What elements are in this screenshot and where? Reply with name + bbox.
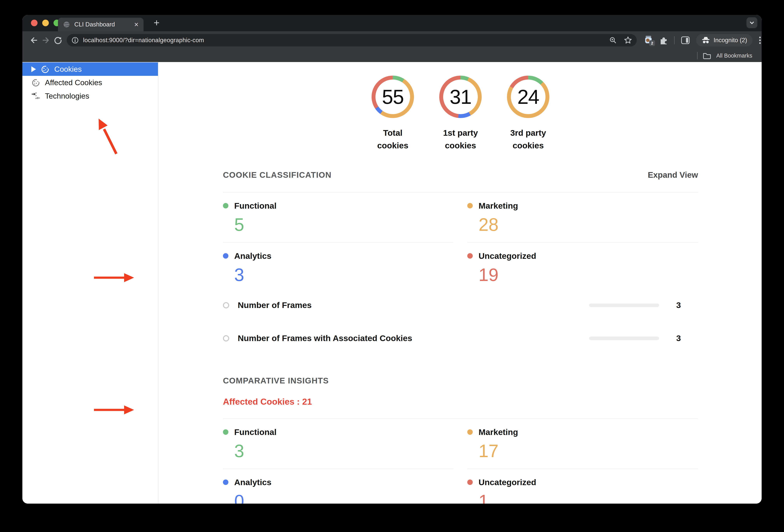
tab-title: CLI Dashboard <box>74 21 130 28</box>
donut-third-party-cookies: 24 3rd party cookies <box>507 76 550 152</box>
cookie-icon <box>41 65 50 74</box>
donut-ring: 55 <box>371 76 414 118</box>
frames-metric-label: Number of Frames <box>238 300 312 310</box>
donut-value: 24 <box>507 76 550 118</box>
site-info-icon[interactable] <box>72 36 79 44</box>
category-cell-analytics: Analytics 0 <box>223 469 453 504</box>
tab-cli-dashboard[interactable]: CLI Dashboard × <box>58 18 144 31</box>
browser-window: CLI Dashboard × + <box>22 15 762 504</box>
category-name: Uncategorized <box>479 251 536 261</box>
all-bookmarks-button[interactable]: All Bookmarks <box>716 53 752 59</box>
sidebar-item-label: Cookies <box>54 65 82 73</box>
comparative-header: COMPARATIVE INSIGHTS <box>223 376 698 386</box>
incognito-icon <box>701 36 710 44</box>
sidebar: Cookies Affected Cookies <box>22 62 158 504</box>
category-count: 19 <box>479 265 698 285</box>
donut-caption: 1st party cookies <box>439 126 482 152</box>
category-name: Analytics <box>234 478 271 487</box>
expand-caret-icon[interactable] <box>31 66 36 72</box>
dashboard-page: Cookies Affected Cookies <box>22 62 762 504</box>
toolbar-right-cluster: 2 Incog <box>644 34 761 47</box>
minimize-window-button[interactable] <box>42 20 49 26</box>
incognito-profile-chip[interactable]: Incognito (2) <box>696 34 753 47</box>
bookmarks-separator <box>697 52 698 59</box>
sidebar-item-affected-cookies[interactable]: Affected Cookies <box>22 76 158 89</box>
frames-metric-row: Number of Frames 3 <box>223 299 698 311</box>
donut-value: 55 <box>371 76 414 118</box>
close-window-button[interactable] <box>31 20 37 26</box>
donut-ring: 31 <box>439 76 482 118</box>
cookie-extension-icon[interactable]: 2 <box>644 36 653 45</box>
frames-metric-row: Number of Frames with Associated Cookies… <box>223 332 698 344</box>
donut-caption: Total cookies <box>371 126 414 152</box>
reload-button[interactable] <box>52 34 64 46</box>
sidebar-item-cookies[interactable]: Cookies <box>22 62 158 76</box>
donut-ring: 24 <box>507 76 550 118</box>
frames-metric-bar <box>589 303 659 307</box>
category-cell-marketing: Marketing 17 <box>467 419 698 469</box>
tab-strip: CLI Dashboard × + <box>22 15 762 31</box>
category-cell-functional: Functional 5 <box>223 193 453 243</box>
zoom-icon[interactable] <box>609 36 617 44</box>
forward-button[interactable] <box>40 34 52 46</box>
category-dot <box>223 429 228 435</box>
forward-arrow-icon <box>41 36 50 45</box>
category-name: Functional <box>234 201 276 211</box>
bookmarks-bar: All Bookmarks <box>22 49 762 62</box>
affected-cookies-count: Affected Cookies : 21 <box>223 397 698 408</box>
extensions-puzzle-icon[interactable] <box>659 36 668 45</box>
desktop: CLI Dashboard × + <box>0 0 784 532</box>
category-name: Analytics <box>234 251 271 261</box>
chevron-down-icon <box>749 20 755 26</box>
browser-toolbar: localhost:9000/?dir=nationalgeographic-c… <box>22 31 762 49</box>
back-button[interactable] <box>28 34 40 46</box>
category-name: Functional <box>234 427 276 437</box>
category-cell-uncategorized: Uncategorized 1 <box>467 469 698 504</box>
traffic-lights <box>31 20 60 26</box>
main-panel: 55 Total cookies 31 <box>158 62 762 504</box>
sidebar-item-label: Affected Cookies <box>45 78 102 87</box>
category-count: 28 <box>479 214 698 235</box>
classification-grid: Functional 5 Marketing 28 <box>223 192 698 293</box>
tab-favicon-globe-icon <box>63 21 70 28</box>
url-text: localhost:9000/?dir=nationalgeographic-c… <box>83 37 605 44</box>
category-cell-marketing: Marketing 28 <box>467 193 698 243</box>
radio-circle-icon <box>223 302 229 308</box>
bookmark-star-icon[interactable] <box>624 36 632 45</box>
category-cell-uncategorized: Uncategorized 19 <box>467 243 698 293</box>
category-count: 3 <box>234 441 453 461</box>
incognito-label: Incognito (2) <box>713 37 747 44</box>
address-bar[interactable]: localhost:9000/?dir=nationalgeographic-c… <box>67 34 637 47</box>
category-dot <box>467 253 473 259</box>
tab-close-icon[interactable]: × <box>134 21 139 28</box>
radio-circle-icon <box>223 335 229 342</box>
side-panel-icon[interactable] <box>681 36 690 45</box>
expand-view-button[interactable]: Expand View <box>648 170 698 180</box>
classification-header: COOKIE CLASSIFICATION Expand View <box>223 170 698 180</box>
cookie-summary-donuts: 55 Total cookies 31 <box>223 76 698 152</box>
frames-metric-value: 3 <box>659 333 698 343</box>
reload-icon <box>54 36 62 45</box>
category-name: Uncategorized <box>479 478 536 487</box>
category-dot <box>223 203 228 208</box>
section-title: COMPARATIVE INSIGHTS <box>223 376 329 385</box>
extension-badge: 2 <box>649 40 655 46</box>
category-count: 3 <box>234 265 453 285</box>
category-count: 17 <box>479 441 698 461</box>
category-cell-analytics: Analytics 3 <box>223 243 453 293</box>
menu-kebab-icon[interactable] <box>759 36 761 45</box>
comparative-grid: Functional 3 Marketing 17 <box>223 419 698 504</box>
technologies-icon <box>31 92 40 100</box>
tab-search-button[interactable] <box>747 17 757 28</box>
new-tab-button[interactable]: + <box>151 17 163 29</box>
donut-first-party-cookies: 31 1st party cookies <box>439 76 482 152</box>
section-title: COOKIE CLASSIFICATION <box>223 170 332 180</box>
folder-icon <box>703 52 711 59</box>
donut-total-cookies: 55 Total cookies <box>371 76 414 152</box>
category-name: Marketing <box>479 201 518 211</box>
category-count: 1 <box>479 491 698 504</box>
sidebar-item-technologies[interactable]: Technologies <box>22 89 158 103</box>
frames-metric-bar <box>589 336 659 340</box>
frames-metric-value: 3 <box>659 300 698 310</box>
category-dot <box>223 253 228 259</box>
